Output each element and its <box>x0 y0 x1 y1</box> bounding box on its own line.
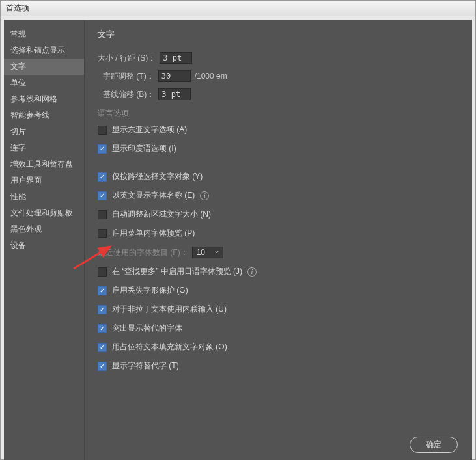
english-font-label: 以英文显示字体名称 (E) <box>112 190 195 201</box>
size-row: 大小 / 行距 (S)： <box>98 52 459 64</box>
jp-preview-row[interactable]: 在 “查找更多” 中启用日语字体预览 (J) i <box>98 266 459 277</box>
recent-fonts-select[interactable]: 10 <box>192 247 223 258</box>
placeholder-row[interactable]: 用占位符文本填充新文字对象 (O) <box>98 342 459 353</box>
button-row: 确定 <box>410 437 458 453</box>
size-input[interactable] <box>160 52 192 64</box>
placeholder-label: 用占位符文本填充新文字对象 (O) <box>112 342 227 353</box>
sidebar-item-1[interactable]: 选择和锚点显示 <box>4 42 84 59</box>
sidebar-item-13[interactable]: 设备 <box>4 237 84 254</box>
auto-size-label: 自动调整新区域文字大小 (N) <box>112 209 211 220</box>
size-label: 大小 / 行距 (S)： <box>98 53 156 64</box>
lang-section-title: 语言选项 <box>98 108 459 119</box>
sidebar-item-9[interactable]: 用户界面 <box>4 172 84 189</box>
sidebar-item-0[interactable]: 常规 <box>4 26 84 42</box>
east-asian-row[interactable]: 显示东亚文字选项 (A) <box>98 124 459 135</box>
inline-input-label: 对于非拉丁文本使用内联输入 (U) <box>112 304 227 315</box>
missing-glyph-label: 启用丢失字形保护 (G) <box>112 285 188 296</box>
inline-input-row[interactable]: 对于非拉丁文本使用内联输入 (U) <box>98 304 459 315</box>
checkbox-path-only[interactable] <box>98 172 107 182</box>
jp-preview-label: 在 “查找更多” 中启用日语字体预览 (J) <box>112 266 242 277</box>
recent-fonts-row: 最近使用的字体数目 (F)： 10 <box>98 247 459 258</box>
checkbox-menu-preview[interactable] <box>98 229 107 238</box>
sidebar-item-11[interactable]: 文件处理和剪贴板 <box>4 205 84 221</box>
missing-glyph-row[interactable]: 启用丢失字形保护 (G) <box>98 285 459 296</box>
glyph-alt-label: 显示字符替代字 (T) <box>112 360 179 372</box>
checkbox-inline-input[interactable] <box>98 305 107 314</box>
tracking-label: 字距调整 (T)： <box>103 71 154 82</box>
path-only-label: 仅按路径选择文字对象 (Y) <box>112 171 203 182</box>
sidebar-item-10[interactable]: 性能 <box>4 189 84 205</box>
auto-size-row[interactable]: 自动调整新区域文字大小 (N) <box>98 209 459 220</box>
checkbox-glyph-alt[interactable] <box>98 362 107 371</box>
recent-fonts-label: 最近使用的字体数目 (F)： <box>98 247 188 258</box>
baseline-input[interactable] <box>158 88 191 100</box>
checkbox-indic[interactable] <box>98 144 107 154</box>
section-title: 文字 <box>98 29 459 40</box>
sidebar-item-3[interactable]: 单位 <box>4 75 84 91</box>
preferences-window: 首选项 常规选择和锚点显示文字单位参考线和网格智能参考线切片连字增效工具和暂存盘… <box>0 0 476 460</box>
checkbox-alt-font[interactable] <box>98 324 107 333</box>
checkbox-east-asian[interactable] <box>98 126 107 135</box>
baseline-row: 基线偏移 (B)： <box>103 88 459 100</box>
checkbox-english-font[interactable] <box>98 191 107 200</box>
menu-preview-label: 启用菜单内字体预览 (P) <box>112 228 195 239</box>
titlebar: 首选项 <box>1 1 475 16</box>
alt-font-label: 突出显示替代的字体 <box>112 323 182 334</box>
info-icon[interactable]: i <box>247 267 257 277</box>
checkbox-auto-size[interactable] <box>98 210 107 219</box>
ok-button[interactable]: 确定 <box>410 437 458 453</box>
sidebar-item-8[interactable]: 增效工具和暂存盘 <box>4 156 84 172</box>
sidebar-item-12[interactable]: 黑色外观 <box>4 221 84 237</box>
sidebar-item-6[interactable]: 切片 <box>4 124 84 140</box>
dialog-body: 常规选择和锚点显示文字单位参考线和网格智能参考线切片连字增效工具和暂存盘用户界面… <box>4 20 472 460</box>
window-title: 首选项 <box>6 3 29 12</box>
sidebar: 常规选择和锚点显示文字单位参考线和网格智能参考线切片连字增效工具和暂存盘用户界面… <box>4 20 85 460</box>
sidebar-item-7[interactable]: 连字 <box>4 140 84 156</box>
baseline-label: 基线偏移 (B)： <box>103 89 154 100</box>
sidebar-item-4[interactable]: 参考线和网格 <box>4 91 84 107</box>
glyph-alt-row[interactable]: 显示字符替代字 (T) <box>98 360 459 372</box>
content-panel: 文字 大小 / 行距 (S)： 字距调整 (T)： /1000 em 基线偏移 … <box>85 20 472 460</box>
english-font-row[interactable]: 以英文显示字体名称 (E) i <box>98 190 459 201</box>
checkbox-missing-glyph[interactable] <box>98 286 107 295</box>
path-only-row[interactable]: 仅按路径选择文字对象 (Y) <box>98 171 459 182</box>
indic-label: 显示印度语选项 (I) <box>112 143 176 154</box>
sidebar-item-5[interactable]: 智能参考线 <box>4 107 84 124</box>
east-asian-label: 显示东亚文字选项 (A) <box>112 124 187 135</box>
menu-preview-row[interactable]: 启用菜单内字体预览 (P) <box>98 228 459 239</box>
alt-font-row[interactable]: 突出显示替代的字体 <box>98 323 459 334</box>
indic-row[interactable]: 显示印度语选项 (I) <box>98 143 459 154</box>
tracking-row: 字距调整 (T)： /1000 em <box>103 70 459 82</box>
tracking-suffix: /1000 em <box>195 72 227 81</box>
info-icon[interactable]: i <box>200 191 209 200</box>
sidebar-item-2[interactable]: 文字 <box>4 59 84 75</box>
checkbox-jp-preview[interactable] <box>98 267 107 277</box>
tracking-input[interactable] <box>158 70 191 82</box>
checkbox-placeholder[interactable] <box>98 343 107 352</box>
